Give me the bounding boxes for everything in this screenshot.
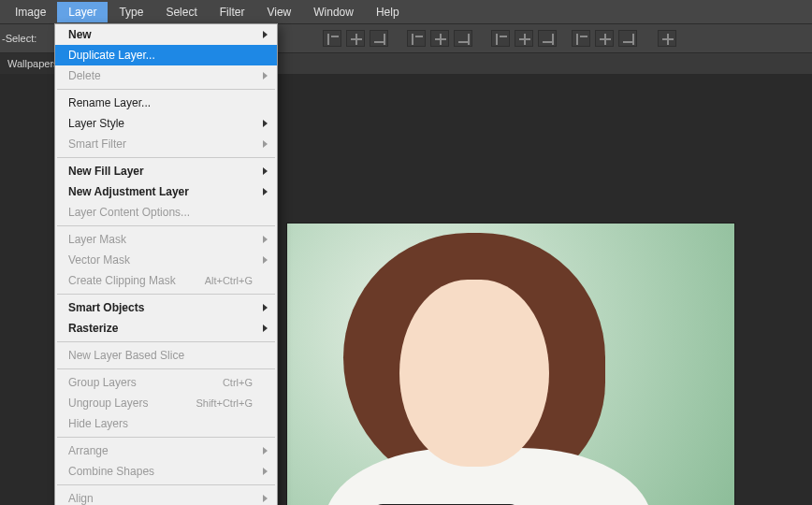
menu-item-layer-content-options: Layer Content Options... — [55, 202, 277, 223]
chevron-right-icon — [263, 188, 268, 195]
menu-item-arrange: Arrange — [55, 440, 277, 461]
menu-item-align: Align — [55, 488, 277, 505]
menubar-item-filter[interactable]: Filter — [209, 2, 256, 22]
menu-item-label: Hide Layers — [68, 417, 128, 430]
menu-item-layer-mask: Layer Mask — [55, 229, 277, 250]
align-button-group — [323, 30, 676, 47]
menu-separator — [57, 368, 275, 369]
chevron-right-icon — [263, 236, 268, 243]
menu-item-smart-filter: Smart Filter — [55, 134, 277, 154]
menu-item-label: Smart Filter — [68, 137, 126, 151]
distribute-bottom-icon[interactable] — [618, 30, 637, 47]
menu-item-label: Duplicate Layer... — [68, 49, 155, 62]
menu-item-new-fill-layer[interactable]: New Fill Layer — [55, 161, 277, 181]
auto-select-label: -Select: — [0, 33, 42, 44]
menu-item-rasterize[interactable]: Rasterize — [55, 318, 277, 339]
menu-item-new-layer-based-slice: New Layer Based Slice — [55, 345, 277, 366]
chevron-right-icon — [263, 120, 268, 127]
menu-item-label: New Fill Layer — [68, 165, 144, 178]
menu-separator — [57, 484, 275, 485]
menu-item-rename-layer[interactable]: Rename Layer... — [55, 93, 277, 113]
menu-item-label: New Layer Based Slice — [68, 349, 184, 362]
menu-item-label: Vector Mask — [68, 253, 130, 267]
menu-separator — [57, 437, 275, 438]
menu-item-label: New — [68, 28, 92, 41]
chevron-right-icon — [263, 325, 268, 332]
menu-item-shortcut: Ctrl+G — [223, 377, 253, 388]
menu-item-shortcut: Alt+Ctrl+G — [205, 275, 253, 286]
chevron-right-icon — [263, 31, 268, 38]
menu-separator — [57, 294, 275, 295]
menu-item-label: Layer Content Options... — [68, 206, 190, 219]
distribute-middle-icon[interactable] — [595, 30, 614, 47]
menu-item-label: Arrange — [68, 444, 109, 457]
menubar-item-type[interactable]: Type — [108, 2, 154, 22]
chevron-right-icon — [263, 447, 268, 454]
chevron-right-icon — [263, 167, 268, 175]
menu-item-shortcut: Shift+Ctrl+G — [196, 397, 253, 409]
menu-item-combine-shapes: Combine Shapes — [55, 461, 277, 482]
menu-item-group-layers: Group LayersCtrl+G — [55, 372, 277, 393]
menu-item-label: New Adjustment Layer — [68, 185, 189, 198]
menu-item-label: Combine Shapes — [68, 465, 154, 478]
menu-item-duplicate-layer[interactable]: Duplicate Layer... — [55, 45, 277, 65]
menu-item-layer-style[interactable]: Layer Style — [55, 113, 277, 134]
menubar-item-help[interactable]: Help — [365, 2, 411, 22]
menu-item-label: Rasterize — [68, 322, 118, 335]
menu-item-smart-objects[interactable]: Smart Objects — [55, 297, 277, 318]
menu-item-delete: Delete — [55, 65, 277, 86]
distribute-center-icon[interactable] — [515, 30, 533, 47]
menu-item-new[interactable]: New — [55, 24, 277, 45]
distribute-top-icon[interactable] — [572, 30, 590, 47]
menubar-item-image[interactable]: Image — [4, 2, 57, 22]
menu-item-create-clipping-mask: Create Clipping MaskAlt+Ctrl+G — [55, 270, 277, 291]
menu-item-label: Group Layers — [68, 376, 137, 389]
image-canvas[interactable] — [286, 223, 735, 505]
menubar-item-window[interactable]: Window — [302, 2, 365, 22]
chevron-right-icon — [263, 72, 268, 79]
document-tab-label: Wallpapers — [7, 58, 59, 69]
menu-item-ungroup-layers: Ungroup LayersShift+Ctrl+G — [55, 393, 277, 413]
menu-item-label: Layer Style — [68, 117, 124, 130]
menu-item-label: Rename Layer... — [68, 96, 151, 109]
chevron-right-icon — [263, 140, 268, 148]
distribute-left-icon[interactable] — [491, 30, 510, 47]
more-options-icon[interactable] — [658, 30, 676, 47]
align-bottom-icon[interactable] — [454, 30, 472, 47]
menu-separator — [57, 157, 275, 158]
menu-item-label: Delete — [68, 69, 101, 82]
chevron-right-icon — [263, 468, 268, 475]
menubar-item-view[interactable]: View — [255, 2, 302, 22]
menu-item-label: Align — [68, 492, 94, 505]
align-left-icon[interactable] — [323, 30, 341, 47]
menu-item-label: Smart Objects — [68, 301, 144, 314]
menu-item-label: Ungroup Layers — [68, 397, 148, 410]
menu-item-hide-layers: Hide Layers — [55, 413, 277, 434]
menu-item-label: Layer Mask — [68, 233, 126, 246]
chevron-right-icon — [263, 495, 268, 502]
menu-separator — [57, 89, 275, 90]
layer-menu-dropdown: NewDuplicate Layer...DeleteRename Layer.… — [54, 23, 278, 505]
align-right-icon[interactable] — [370, 30, 388, 47]
menu-item-vector-mask: Vector Mask — [55, 250, 277, 270]
align-top-icon[interactable] — [407, 30, 426, 47]
menu-item-new-adjustment-layer[interactable]: New Adjustment Layer — [55, 181, 277, 202]
chevron-right-icon — [263, 256, 268, 264]
menu-separator — [57, 341, 275, 342]
chevron-right-icon — [263, 304, 268, 311]
menubar-item-layer[interactable]: Layer — [57, 2, 108, 22]
menu-item-label: Create Clipping Mask — [68, 274, 176, 287]
menu-separator — [57, 225, 275, 226]
align-middle-icon[interactable] — [430, 30, 449, 47]
menubar: ImageLayerTypeSelectFilterViewWindowHelp — [0, 0, 812, 23]
distribute-right-icon[interactable] — [538, 30, 557, 47]
photo-face-shape — [399, 280, 549, 467]
align-center-icon[interactable] — [346, 30, 365, 47]
menubar-item-select[interactable]: Select — [154, 2, 208, 22]
